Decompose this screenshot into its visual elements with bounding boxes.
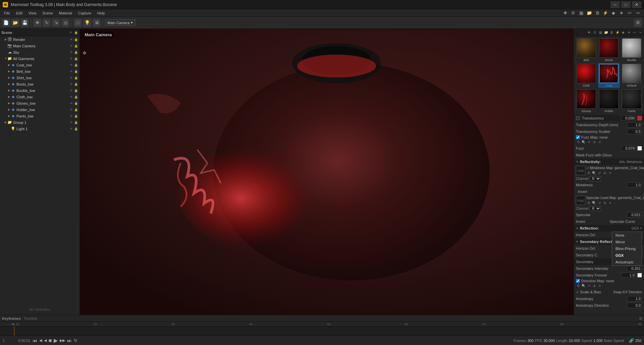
menu-view[interactable]: View xyxy=(26,10,39,16)
reflectivity-section-header[interactable]: ▼ Reflectivity: Adv. Metalness xyxy=(574,158,644,165)
tree-lock-holder[interactable]: 🔒 xyxy=(73,107,78,112)
camera-dropdown[interactable]: Main Camera ▾ xyxy=(105,19,135,26)
reflection-option-ggx[interactable]: GGX xyxy=(612,252,642,259)
tree-item-boots-low[interactable]: ▶ ◆ Boots_low 👁 🔒 xyxy=(0,81,80,87)
toolbar-camera-opt[interactable]: 🎥 xyxy=(74,19,82,27)
translucency-scatter-input[interactable] xyxy=(627,129,642,134)
tree-lock-group1[interactable]: 🔒 xyxy=(73,120,78,125)
toolbar-render[interactable]: 🖥 xyxy=(93,19,101,27)
tree-item-buckle-low[interactable]: ▶ ◆ Buckle_low 👁 🔒 xyxy=(0,87,80,94)
transport-step-fwd[interactable]: ▶▶ xyxy=(60,338,65,343)
tree-vis-gloves[interactable]: 👁 xyxy=(69,101,73,106)
scene-lock-icon[interactable]: 🔒 xyxy=(73,30,78,35)
rp-icon-settings[interactable]: ⚙ xyxy=(592,30,597,35)
dir-close-icon[interactable]: ✕ xyxy=(597,283,602,288)
tree-lock-garments[interactable]: 🔒 xyxy=(73,56,78,61)
met-copy-icon[interactable]: ⊕ xyxy=(602,170,607,175)
tree-vis-sky[interactable]: 👁 xyxy=(69,50,73,55)
tree-vis-shirt[interactable]: 👁 xyxy=(69,76,73,80)
tree-vis-buckle[interactable]: 👁 xyxy=(69,88,73,93)
tree-item-shirt-low[interactable]: ▶ ◆ Shirt_low 👁 🔒 xyxy=(0,75,80,81)
minimize-button[interactable]: ─ xyxy=(610,1,620,8)
fuzz-map-close-icon[interactable]: ✕ xyxy=(597,140,602,144)
reflection-option-none[interactable]: None xyxy=(612,232,642,239)
dir-search-icon[interactable]: 🔍 xyxy=(581,283,586,288)
fuzz-input[interactable] xyxy=(621,146,636,151)
dir-settings-icon[interactable]: ⚙ xyxy=(576,283,581,288)
rp-icon-undo2[interactable]: ↩ xyxy=(632,30,637,35)
spec-copy-icon[interactable]: ⊕ xyxy=(602,200,607,205)
tree-vis-boots[interactable]: 👁 xyxy=(69,82,73,87)
toolbar-open[interactable]: 📂 xyxy=(11,19,19,27)
viewport[interactable]: Main Camera ✥ xyxy=(80,29,574,315)
rp-icon-folder[interactable]: 📁 xyxy=(604,30,608,35)
spec-search-icon[interactable]: 🔍 xyxy=(592,200,596,205)
translucency-checkbox[interactable] xyxy=(576,116,580,120)
tree-lock-cloth[interactable]: 🔒 xyxy=(73,95,78,99)
toolbar-light[interactable]: 💡 xyxy=(83,19,91,27)
icon-redo[interactable]: ↪ xyxy=(634,9,641,17)
transform-gizmo-icon[interactable]: ✥ xyxy=(83,50,87,56)
translucency-value-input[interactable] xyxy=(621,115,636,121)
anisotropy-dir-input[interactable] xyxy=(627,303,642,308)
timeline-resize-handle[interactable] xyxy=(639,317,642,320)
tree-item-all-garments[interactable]: ▼ 📁 All Garments 👁 🔒 xyxy=(0,55,80,62)
tree-lock-camera[interactable]: 🔒 xyxy=(73,44,78,48)
spec-settings-icon[interactable]: ⚙ xyxy=(586,200,591,205)
menu-capture[interactable]: Capture xyxy=(76,10,94,16)
icon-trash[interactable]: 🗑 xyxy=(594,9,601,17)
tree-item-coat-low[interactable]: ▶ ◆ Coat_low 👁 🔒 xyxy=(0,62,80,68)
mat-boots[interactable]: Boots xyxy=(598,38,620,62)
translucency-color-swatch[interactable] xyxy=(637,116,642,120)
tree-item-render[interactable]: ▶ 🎬 Render 👁 🔒 xyxy=(0,36,80,43)
tree-item-sky[interactable]: ☁ Sky 👁 🔒 xyxy=(0,49,80,55)
met-close-icon[interactable]: ✕ xyxy=(608,170,612,175)
fuzz-map-refresh-icon[interactable]: ↺ xyxy=(587,140,591,144)
specular-input[interactable] xyxy=(627,212,642,217)
menu-edit[interactable]: Edit xyxy=(13,10,25,16)
tree-lock-pants[interactable]: 🔒 xyxy=(73,114,78,118)
tree-vis-light1[interactable]: 👁 xyxy=(69,127,73,131)
icon-wifi[interactable]: ⚡ xyxy=(602,9,609,17)
tree-item-light1[interactable]: 💡 Light 1 👁 🔒 xyxy=(0,126,80,132)
tree-item-group1[interactable]: ▶ 📁 Group 1 👁 🔒 xyxy=(0,119,80,126)
fuzz-map-checkbox[interactable] xyxy=(576,135,580,139)
rp-icon-star2[interactable]: ★ xyxy=(627,30,631,35)
tree-lock-boots[interactable]: 🔒 xyxy=(73,82,78,87)
scene-visibility-icon[interactable]: 👁 xyxy=(68,30,73,35)
fuzz-map-search-icon[interactable]: 🔍 xyxy=(581,140,586,144)
mat-holder[interactable]: Holder xyxy=(598,89,620,113)
fuzz-color-swatch[interactable] xyxy=(637,146,642,151)
fuzz-map-settings-icon[interactable]: ⚙ xyxy=(576,140,581,144)
transport-play[interactable]: ▶ xyxy=(54,337,58,344)
tree-lock-gloves[interactable]: 🔒 xyxy=(73,101,78,106)
rp-icon-trash[interactable]: 🗑 xyxy=(609,30,614,35)
tree-lock-shirt[interactable]: 🔒 xyxy=(73,76,78,80)
mat-default[interactable]: Default xyxy=(621,63,643,88)
toolbar-new[interactable]: 📄 xyxy=(2,19,10,27)
met-search-icon[interactable]: 🔍 xyxy=(592,170,596,175)
reflection-option-blinn[interactable]: Blinn-Phong xyxy=(612,245,642,252)
reflection-section-header[interactable]: ▼ Reflection: GGX ▾ xyxy=(574,225,644,232)
toolbar-scale[interactable]: ⇲ xyxy=(52,19,60,27)
tree-vis-group1[interactable]: 👁 xyxy=(69,120,73,125)
tree-item-holder-low[interactable]: ▶ ◆ Holder_low 👁 🔒 xyxy=(0,106,80,113)
tree-vis-camera[interactable]: 👁 xyxy=(69,44,73,48)
icon-plus[interactable]: ✚ xyxy=(561,9,569,17)
secondary-fresnel-input[interactable] xyxy=(621,273,636,278)
specular-channel-select[interactable]: RGBA xyxy=(590,206,601,211)
transport-to-end[interactable]: ⏭ xyxy=(67,338,72,343)
secondary-intensity-input[interactable] xyxy=(627,266,642,271)
tree-lock-coat[interactable]: 🔒 xyxy=(73,63,78,67)
tree-item-main-camera[interactable]: 📷 Main Camera 👁 🔒 xyxy=(0,43,80,49)
tree-vis-holder[interactable]: 👁 xyxy=(69,107,73,112)
rp-icon-diamond2[interactable]: ◆ xyxy=(621,30,626,35)
tree-vis-pants[interactable]: 👁 xyxy=(69,114,73,118)
tree-vis-garments[interactable]: 👁 xyxy=(69,56,73,61)
toolbar-move[interactable]: ✥ xyxy=(33,19,41,27)
tree-item-cloth-low[interactable]: ▶ ◆ Cloth_low 👁 🔒 xyxy=(0,94,80,100)
dir-copy-icon[interactable]: ⊕ xyxy=(592,283,597,288)
tree-vis-coat[interactable]: 👁 xyxy=(69,63,73,67)
mat-gloves[interactable]: Gloves xyxy=(575,89,597,113)
menu-help[interactable]: Help xyxy=(95,10,108,16)
